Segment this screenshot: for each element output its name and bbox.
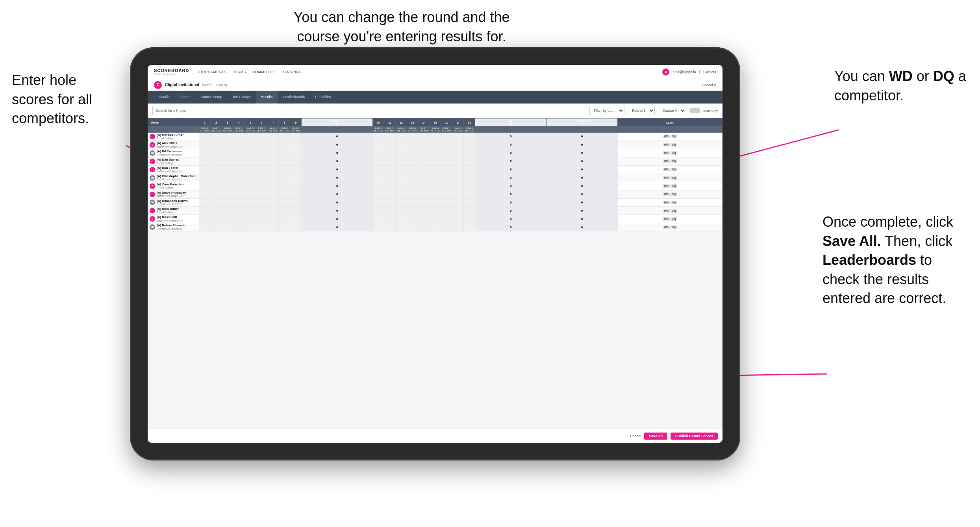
- hole-5-score[interactable]: [245, 215, 256, 223]
- hole-12-score[interactable]: [395, 149, 407, 157]
- dq-button[interactable]: DQ: [671, 184, 677, 188]
- save-all-button[interactable]: Save All: [644, 433, 667, 440]
- hole-9-score[interactable]: [290, 182, 302, 190]
- wd-button[interactable]: WD: [663, 192, 670, 196]
- hole-15-score[interactable]: [430, 149, 441, 157]
- hole-17-score[interactable]: [452, 223, 464, 231]
- hole-1-score[interactable]: [199, 207, 211, 215]
- hole-1-score[interactable]: [199, 215, 211, 223]
- hole-8-score[interactable]: [279, 198, 290, 207]
- search-input[interactable]: [152, 106, 586, 115]
- nav-rankings[interactable]: RANKINGS: [282, 70, 302, 74]
- hole-18-score[interactable]: [464, 174, 475, 182]
- hole-12-score[interactable]: [395, 141, 407, 149]
- hole-4-score[interactable]: [233, 157, 245, 165]
- hole-6-score[interactable]: [256, 133, 267, 141]
- dq-button[interactable]: DQ: [671, 192, 677, 196]
- hole-9-score[interactable]: [290, 157, 302, 165]
- hole-13-score[interactable]: [407, 223, 418, 231]
- hole-17-score[interactable]: [452, 190, 464, 198]
- hole-7-score[interactable]: [267, 198, 279, 207]
- hole-7-score[interactable]: [267, 223, 279, 231]
- hole-7-score[interactable]: [267, 190, 279, 198]
- hole-14-score[interactable]: [418, 223, 430, 231]
- hole-16-score[interactable]: [441, 182, 452, 190]
- nav-tournaments[interactable]: TOURNAMENTS: [197, 70, 226, 74]
- hole-13-score[interactable]: [407, 207, 418, 215]
- hole-8-score[interactable]: [279, 157, 290, 165]
- hole-8-score[interactable]: [279, 141, 290, 149]
- hole-18-score[interactable]: [464, 207, 475, 215]
- dq-button[interactable]: DQ: [671, 226, 677, 229]
- hole-2-score[interactable]: [210, 149, 222, 157]
- dq-button[interactable]: DQ: [671, 135, 677, 138]
- hole-12-score[interactable]: [395, 207, 407, 215]
- cancel-link-bottom[interactable]: Cancel: [630, 434, 641, 438]
- hole-16-score[interactable]: [441, 215, 452, 223]
- tab-tee-groups[interactable]: Tee Groups: [228, 91, 256, 104]
- hole-3-score[interactable]: [222, 149, 233, 157]
- hole-7-score[interactable]: [267, 207, 279, 215]
- hole-3-score[interactable]: [222, 207, 233, 215]
- dq-button[interactable]: DQ: [671, 201, 677, 204]
- hole-14-score[interactable]: [418, 165, 430, 174]
- hole-10-score[interactable]: [373, 215, 384, 223]
- hole-14-score[interactable]: [418, 215, 430, 223]
- hole-4-score[interactable]: [233, 215, 245, 223]
- hole-1-score[interactable]: [199, 141, 211, 149]
- hole-16-score[interactable]: [441, 174, 452, 182]
- hole-2-score[interactable]: [210, 190, 222, 198]
- hole-8-score[interactable]: [279, 215, 290, 223]
- wd-button[interactable]: WD: [663, 226, 670, 229]
- hole-10-score[interactable]: [373, 207, 384, 215]
- hole-18-score[interactable]: [464, 215, 475, 223]
- hole-4-score[interactable]: [233, 190, 245, 198]
- filter-by-team-select[interactable]: Filter by team: [589, 106, 624, 115]
- hole-4-score[interactable]: [233, 165, 245, 174]
- hole-12-score[interactable]: [395, 223, 407, 231]
- hole-16-score[interactable]: [441, 198, 452, 207]
- hole-12-score[interactable]: [395, 215, 407, 223]
- hole-4-score[interactable]: [233, 149, 245, 157]
- hole-6-score[interactable]: [256, 198, 267, 207]
- hole-18-score[interactable]: [464, 133, 475, 141]
- hole-2-score[interactable]: [210, 223, 222, 231]
- hole-11-score[interactable]: [384, 141, 395, 149]
- hole-9-score[interactable]: [290, 190, 302, 198]
- sign-out-link[interactable]: Sign out: [703, 70, 716, 74]
- hole-11-score[interactable]: [384, 198, 395, 207]
- hole-11-score[interactable]: [384, 157, 395, 165]
- wd-button[interactable]: WD: [663, 159, 670, 163]
- hole-5-score[interactable]: [245, 157, 256, 165]
- hole-14-score[interactable]: [418, 207, 430, 215]
- wd-button[interactable]: WD: [663, 184, 670, 188]
- hole-4-score[interactable]: [233, 141, 245, 149]
- hole-1-score[interactable]: [199, 149, 211, 157]
- hole-3-score[interactable]: [222, 133, 233, 141]
- wd-button[interactable]: WD: [663, 168, 670, 171]
- hole-17-score[interactable]: [452, 149, 464, 157]
- hole-13-score[interactable]: [407, 133, 418, 141]
- hole-13-score[interactable]: [407, 182, 418, 190]
- hole-1-score[interactable]: [199, 157, 211, 165]
- hole-13-score[interactable]: [407, 198, 418, 207]
- hole-6-score[interactable]: [256, 157, 267, 165]
- hole-18-score[interactable]: [464, 198, 475, 207]
- hole-12-score[interactable]: [395, 190, 407, 198]
- hole-7-score[interactable]: [267, 141, 279, 149]
- hole-16-score[interactable]: [441, 133, 452, 141]
- hole-18-score[interactable]: [464, 165, 475, 174]
- hole-13-score[interactable]: [407, 141, 418, 149]
- hole-17-score[interactable]: [452, 157, 464, 165]
- hole-5-score[interactable]: [245, 165, 256, 174]
- publish-button[interactable]: Publish Round Scores: [671, 433, 718, 440]
- hole-16-score[interactable]: [441, 149, 452, 157]
- hole-7-score[interactable]: [267, 149, 279, 157]
- hole-13-score[interactable]: [407, 215, 418, 223]
- hole-5-score[interactable]: [245, 190, 256, 198]
- hole-9-score[interactable]: [290, 141, 302, 149]
- hole-10-score[interactable]: [373, 174, 384, 182]
- tab-printables[interactable]: Printables: [310, 91, 335, 104]
- dq-button[interactable]: DQ: [671, 143, 677, 146]
- hole-17-score[interactable]: [452, 174, 464, 182]
